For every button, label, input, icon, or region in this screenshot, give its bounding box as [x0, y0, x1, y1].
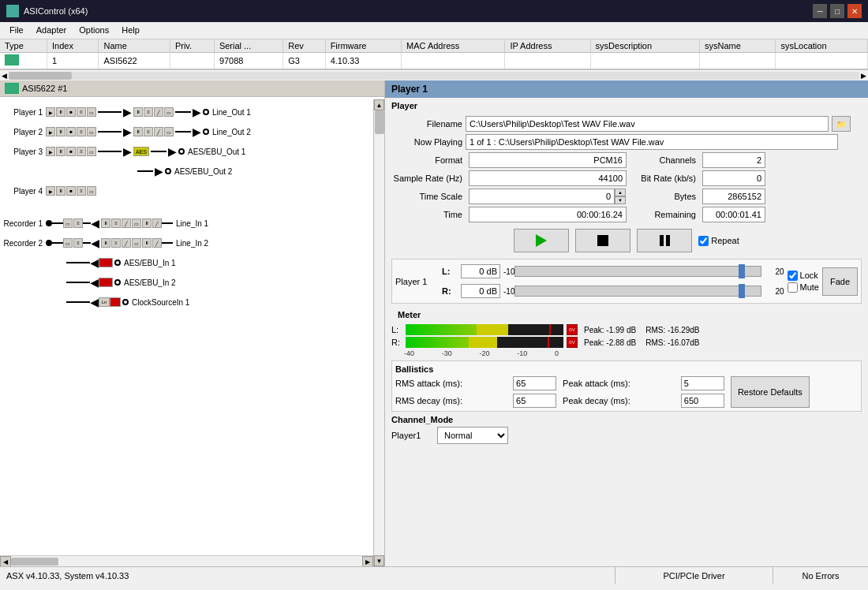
p2-o-btn4[interactable]: ▭	[164, 127, 174, 136]
player-2-output-controls[interactable]: ⏸ ≡ ╱ ▭	[133, 127, 174, 136]
p3-btn4[interactable]: ≡	[77, 147, 86, 156]
recorder-2-controls[interactable]: ▭ ≡	[63, 238, 83, 248]
hscroll-right-arrow[interactable]: ▶	[861, 72, 866, 80]
left-hscroll-right[interactable]: ▶	[362, 556, 373, 566]
menu-help[interactable]: Help	[115, 24, 146, 37]
recorder-2-output-controls[interactable]: ⏸ ≡ ╱ ▭ ⏸ ╱	[101, 238, 162, 248]
peak-decay-input[interactable]	[681, 394, 724, 408]
p2-btn2[interactable]: ⏸	[56, 127, 65, 136]
left-panel-hscroll[interactable]: ◀ ▶	[0, 555, 373, 566]
p3-btn1[interactable]: ▶	[46, 147, 55, 156]
filename-input[interactable]	[466, 116, 829, 132]
p4-btn1[interactable]: ▶	[46, 186, 55, 196]
p1-btn1[interactable]: ▶	[46, 107, 55, 117]
left-panel-vscroll[interactable]: ▲ ▼	[373, 99, 384, 566]
p2-btn3[interactable]: ■	[66, 127, 76, 136]
r2-btn2[interactable]: ≡	[73, 238, 83, 248]
repeat-label[interactable]: Repeat	[711, 236, 739, 245]
table-hscroll[interactable]: ◀ ▶	[0, 69, 868, 80]
meter-r-ov[interactable]: 0V	[567, 337, 578, 348]
timescale-down[interactable]: ▼	[615, 196, 626, 204]
gain-l-slider[interactable]	[514, 266, 761, 277]
hscroll-left-arrow[interactable]: ◀	[2, 72, 7, 80]
r1-btn2[interactable]: ≡	[73, 218, 83, 228]
p2-btn5[interactable]: ▭	[87, 127, 96, 136]
p2-o-btn3[interactable]: ╱	[154, 127, 163, 136]
lock-label[interactable]: Lock	[800, 271, 818, 280]
r2-o-btn1[interactable]: ⏸	[101, 238, 110, 248]
r1-btn1[interactable]: ▭	[63, 218, 73, 228]
r2-btn1[interactable]: ▭	[63, 238, 73, 248]
player-1-output-controls[interactable]: ⏸ ≡ ╱ ▭	[133, 107, 174, 117]
p1-btn5[interactable]: ▭	[87, 107, 96, 117]
peak-attack-input[interactable]	[681, 376, 724, 390]
play-button[interactable]	[514, 229, 569, 252]
r1-o-btn1[interactable]: ⏸	[101, 218, 110, 228]
p1-o-btn1[interactable]: ⏸	[133, 107, 143, 117]
left-hscroll-left[interactable]: ◀	[0, 556, 11, 566]
player-1-controls[interactable]: ▶ ⏸ ■ ≡ ▭	[46, 107, 96, 117]
recorder-1-output-controls[interactable]: ⏸ ≡ ╱ ▭ ⏸ ╱	[101, 218, 162, 228]
device-row[interactable]: 1 ASI5622 97088 G3 4.10.33	[0, 53, 868, 69]
clock-btn1[interactable]: Ln	[99, 297, 110, 307]
close-button[interactable]: ✕	[847, 4, 862, 18]
aesin2-btn[interactable]	[99, 278, 113, 287]
p1-btn3[interactable]: ■	[66, 107, 76, 117]
left-hscroll-thumb[interactable]	[11, 558, 58, 566]
hscroll-thumb[interactable]	[9, 72, 72, 80]
p3-aes-btn[interactable]: AES	[133, 147, 149, 156]
p2-btn4[interactable]: ≡	[77, 127, 86, 136]
rms-attack-input[interactable]	[513, 376, 556, 390]
minimize-button[interactable]: ─	[813, 4, 827, 18]
p1-o-btn4[interactable]: ▭	[164, 107, 174, 117]
gain-l-db[interactable]	[461, 264, 500, 278]
r2-o-btn6[interactable]: ╱	[152, 238, 162, 248]
r1-o-btn4[interactable]: ▭	[132, 218, 141, 228]
p4-btn5[interactable]: ▭	[87, 186, 96, 196]
gain-r-thumb[interactable]	[739, 284, 745, 298]
r1-o-btn5[interactable]: ⏸	[142, 218, 152, 228]
timescale-input[interactable]	[469, 189, 615, 204]
restore-defaults-button[interactable]: Restore Defaults	[731, 376, 810, 408]
r2-o-btn2[interactable]: ≡	[111, 238, 121, 248]
p2-btn1[interactable]: ▶	[46, 127, 55, 136]
player-3-controls[interactable]: ▶ ⏸ ■ ≡ ▭	[46, 147, 96, 156]
p3-btn5[interactable]: ▭	[87, 147, 96, 156]
p2-o-btn2[interactable]: ≡	[144, 127, 153, 136]
p4-btn3[interactable]: ■	[66, 186, 76, 196]
p1-btn2[interactable]: ⏸	[56, 107, 65, 117]
p4-btn4[interactable]: ≡	[77, 186, 86, 196]
r1-o-btn6[interactable]: ╱	[152, 218, 162, 228]
repeat-checkbox[interactable]	[698, 236, 709, 246]
mute-label[interactable]: Mute	[800, 282, 819, 292]
fade-button[interactable]: Fade	[822, 267, 858, 296]
menu-adapter[interactable]: Adapter	[30, 24, 73, 37]
gain-r-slider[interactable]	[514, 286, 761, 297]
p1-o-btn3[interactable]: ╱	[154, 107, 163, 117]
p3-btn3[interactable]: ■	[66, 147, 76, 156]
clock-btn2[interactable]	[110, 297, 121, 307]
r2-o-btn4[interactable]: ▭	[132, 238, 141, 248]
pause-button[interactable]	[637, 229, 692, 252]
recorder-1-controls[interactable]: ▭ ≡	[63, 218, 83, 228]
p1-o-btn2[interactable]: ≡	[144, 107, 153, 117]
window-controls[interactable]: ─ □ ✕	[813, 4, 862, 18]
maximize-button[interactable]: □	[830, 4, 844, 18]
p4-btn2[interactable]: ⏸	[56, 186, 65, 196]
meter-l-ov[interactable]: 0V	[567, 324, 578, 335]
gain-l-thumb[interactable]	[739, 264, 745, 278]
timescale-up[interactable]: ▲	[615, 189, 626, 196]
file-browse-button[interactable]: 📁	[832, 116, 851, 132]
left-vscroll-up[interactable]: ▲	[374, 99, 384, 110]
left-vscroll-down[interactable]: ▼	[374, 555, 384, 566]
rms-decay-input[interactable]	[513, 394, 556, 408]
r1-o-btn3[interactable]: ╱	[122, 218, 131, 228]
r2-o-btn5[interactable]: ⏸	[142, 238, 152, 248]
mute-checkbox[interactable]	[788, 282, 798, 293]
menu-options[interactable]: Options	[73, 24, 115, 37]
p2-o-btn1[interactable]: ⏸	[133, 127, 143, 136]
r1-o-btn2[interactable]: ≡	[111, 218, 121, 228]
p3-btn2[interactable]: ⏸	[56, 147, 65, 156]
channel-mode-select[interactable]: Normal Mono L Mono R Stereo Swap	[437, 427, 508, 444]
menu-file[interactable]: File	[3, 24, 30, 37]
